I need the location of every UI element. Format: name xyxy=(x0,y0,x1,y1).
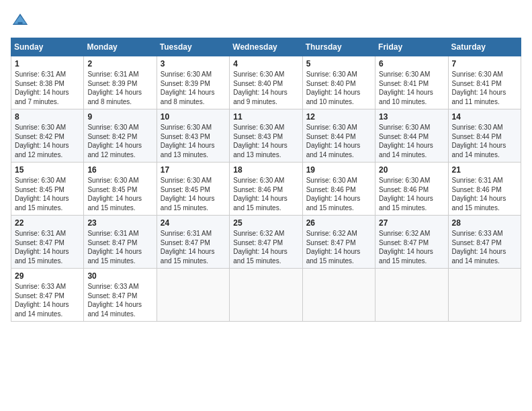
calendar-week-row: 15Sunrise: 6:30 AM Sunset: 8:45 PM Dayli… xyxy=(11,163,521,216)
day-number: 19 xyxy=(306,165,371,175)
calendar-cell: 7Sunrise: 6:30 AM Sunset: 8:41 PM Daylig… xyxy=(448,56,521,109)
sunrise-text: Sunrise: 6:31 AM xyxy=(161,230,212,237)
logo-icon xyxy=(11,11,30,30)
day-detail: Sunrise: 6:31 AM Sunset: 8:46 PM Dayligh… xyxy=(452,176,517,212)
sunset-text: Sunset: 8:46 PM xyxy=(233,186,283,193)
daylight-text: Daylight: 14 hours and 14 minutes. xyxy=(452,142,506,158)
sunset-text: Sunset: 8:42 PM xyxy=(15,133,64,140)
daylight-text: Daylight: 14 hours and 12 minutes. xyxy=(87,142,142,158)
calendar-header-row: SundayMondayTuesdayWednesdayThursdayFrid… xyxy=(11,38,521,56)
calendar-cell: 8Sunrise: 6:30 AM Sunset: 8:42 PM Daylig… xyxy=(11,109,84,163)
day-detail: Sunrise: 6:30 AM Sunset: 8:45 PM Dayligh… xyxy=(15,176,80,212)
day-detail: Sunrise: 6:30 AM Sunset: 8:40 PM Dayligh… xyxy=(306,70,371,106)
calendar-cell: 1Sunrise: 6:31 AM Sunset: 8:38 PM Daylig… xyxy=(11,56,84,109)
day-number: 12 xyxy=(306,112,371,122)
sunrise-text: Sunrise: 6:30 AM xyxy=(161,124,212,131)
sunset-text: Sunset: 8:44 PM xyxy=(379,133,429,140)
daylight-text: Daylight: 14 hours and 14 minutes. xyxy=(15,301,69,318)
daylight-text: Daylight: 14 hours and 13 minutes. xyxy=(233,142,287,158)
sunrise-text: Sunrise: 6:31 AM xyxy=(15,71,66,78)
day-detail: Sunrise: 6:31 AM Sunset: 8:47 PM Dayligh… xyxy=(161,229,226,265)
calendar-cell: 12Sunrise: 6:30 AM Sunset: 8:44 PM Dayli… xyxy=(302,109,375,163)
calendar-cell: 26Sunrise: 6:32 AM Sunset: 8:47 PM Dayli… xyxy=(302,216,375,269)
day-number: 25 xyxy=(233,218,298,228)
header-thursday: Thursday xyxy=(302,38,375,56)
day-detail: Sunrise: 6:30 AM Sunset: 8:46 PM Dayligh… xyxy=(233,176,298,212)
day-number: 14 xyxy=(452,112,517,122)
day-detail: Sunrise: 6:30 AM Sunset: 8:40 PM Dayligh… xyxy=(233,70,298,106)
day-detail: Sunrise: 6:33 AM Sunset: 8:47 PM Dayligh… xyxy=(87,282,152,318)
daylight-text: Daylight: 14 hours and 14 minutes. xyxy=(379,142,433,158)
day-detail: Sunrise: 6:30 AM Sunset: 8:44 PM Dayligh… xyxy=(452,123,517,159)
daylight-text: Daylight: 14 hours and 9 minutes. xyxy=(233,89,287,105)
day-number: 16 xyxy=(87,165,152,175)
sunset-text: Sunset: 8:46 PM xyxy=(306,186,356,193)
day-number: 1 xyxy=(15,59,80,68)
header-monday: Monday xyxy=(84,38,157,56)
day-number: 7 xyxy=(452,59,517,68)
daylight-text: Daylight: 14 hours and 15 minutes. xyxy=(306,248,361,265)
calendar-cell: 15Sunrise: 6:30 AM Sunset: 8:45 PM Dayli… xyxy=(11,163,84,216)
day-number: 9 xyxy=(87,112,152,122)
day-number: 10 xyxy=(161,112,226,122)
day-detail: Sunrise: 6:30 AM Sunset: 8:45 PM Dayligh… xyxy=(161,176,226,212)
day-number: 8 xyxy=(15,112,80,122)
calendar-cell: 23Sunrise: 6:31 AM Sunset: 8:47 PM Dayli… xyxy=(84,216,157,269)
day-number: 17 xyxy=(161,165,226,175)
day-number: 29 xyxy=(15,271,80,281)
daylight-text: Daylight: 14 hours and 15 minutes. xyxy=(452,195,506,212)
day-detail: Sunrise: 6:30 AM Sunset: 8:42 PM Dayligh… xyxy=(15,123,80,159)
sunrise-text: Sunrise: 6:33 AM xyxy=(452,230,503,237)
sunset-text: Sunset: 8:42 PM xyxy=(87,133,137,140)
calendar-cell: 16Sunrise: 6:30 AM Sunset: 8:45 PM Dayli… xyxy=(84,163,157,216)
sunset-text: Sunset: 8:47 PM xyxy=(15,239,64,246)
sunrise-text: Sunrise: 6:30 AM xyxy=(379,124,430,131)
day-detail: Sunrise: 6:32 AM Sunset: 8:47 PM Dayligh… xyxy=(233,229,298,265)
day-detail: Sunrise: 6:33 AM Sunset: 8:47 PM Dayligh… xyxy=(452,229,517,265)
sunset-text: Sunset: 8:39 PM xyxy=(87,80,137,87)
calendar-cell: 9Sunrise: 6:30 AM Sunset: 8:42 PM Daylig… xyxy=(84,109,157,163)
day-detail: Sunrise: 6:30 AM Sunset: 8:41 PM Dayligh… xyxy=(379,70,444,106)
header-sunday: Sunday xyxy=(11,38,84,56)
sunrise-text: Sunrise: 6:30 AM xyxy=(306,71,357,78)
day-number: 18 xyxy=(233,165,298,175)
sunrise-text: Sunrise: 6:30 AM xyxy=(87,124,138,131)
daylight-text: Daylight: 14 hours and 15 minutes. xyxy=(379,248,433,265)
day-detail: Sunrise: 6:31 AM Sunset: 8:47 PM Dayligh… xyxy=(15,229,80,265)
calendar-cell: 27Sunrise: 6:32 AM Sunset: 8:47 PM Dayli… xyxy=(375,216,448,269)
day-number: 13 xyxy=(379,112,444,122)
sunrise-text: Sunrise: 6:32 AM xyxy=(306,230,357,237)
sunset-text: Sunset: 8:43 PM xyxy=(233,133,283,140)
day-number: 21 xyxy=(452,165,517,175)
calendar-cell: 14Sunrise: 6:30 AM Sunset: 8:44 PM Dayli… xyxy=(448,109,521,163)
sunset-text: Sunset: 8:40 PM xyxy=(233,80,283,87)
calendar-cell: 18Sunrise: 6:30 AM Sunset: 8:46 PM Dayli… xyxy=(230,163,302,216)
sunrise-text: Sunrise: 6:30 AM xyxy=(15,124,66,131)
day-number: 27 xyxy=(379,218,444,228)
day-number: 23 xyxy=(87,218,152,228)
sunrise-text: Sunrise: 6:30 AM xyxy=(379,177,430,184)
calendar-cell: 19Sunrise: 6:30 AM Sunset: 8:46 PM Dayli… xyxy=(302,163,375,216)
daylight-text: Daylight: 14 hours and 12 minutes. xyxy=(15,142,69,158)
daylight-text: Daylight: 14 hours and 15 minutes. xyxy=(233,195,287,212)
sunset-text: Sunset: 8:47 PM xyxy=(233,239,283,246)
sunrise-text: Sunrise: 6:30 AM xyxy=(233,71,284,78)
sunset-text: Sunset: 8:39 PM xyxy=(161,80,210,87)
sunset-text: Sunset: 8:47 PM xyxy=(87,239,137,246)
day-detail: Sunrise: 6:30 AM Sunset: 8:41 PM Dayligh… xyxy=(452,70,517,106)
day-detail: Sunrise: 6:30 AM Sunset: 8:45 PM Dayligh… xyxy=(87,176,152,212)
sunrise-text: Sunrise: 6:31 AM xyxy=(452,177,503,184)
sunset-text: Sunset: 8:45 PM xyxy=(15,186,64,193)
day-detail: Sunrise: 6:32 AM Sunset: 8:47 PM Dayligh… xyxy=(379,229,444,265)
calendar-cell: 30Sunrise: 6:33 AM Sunset: 8:47 PM Dayli… xyxy=(84,269,157,322)
sunrise-text: Sunrise: 6:30 AM xyxy=(306,177,357,184)
sunset-text: Sunset: 8:46 PM xyxy=(452,186,502,193)
daylight-text: Daylight: 14 hours and 8 minutes. xyxy=(161,89,215,105)
sunrise-text: Sunrise: 6:33 AM xyxy=(15,283,66,290)
calendar-week-row: 29Sunrise: 6:33 AM Sunset: 8:47 PM Dayli… xyxy=(11,269,521,322)
header-wednesday: Wednesday xyxy=(230,38,302,56)
header-friday: Friday xyxy=(375,38,448,56)
sunrise-text: Sunrise: 6:30 AM xyxy=(161,177,212,184)
header xyxy=(11,11,521,30)
daylight-text: Daylight: 14 hours and 10 minutes. xyxy=(379,89,433,105)
